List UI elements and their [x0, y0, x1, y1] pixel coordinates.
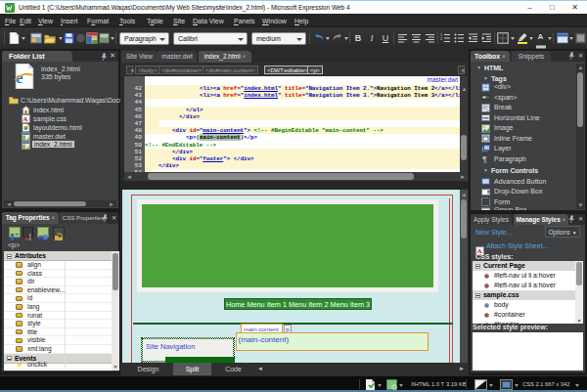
svg-text:2: 2 — [440, 36, 443, 41]
svg-text:A: A — [24, 235, 29, 242]
svg-text:A: A — [23, 115, 27, 123]
svg-text:¶: ¶ — [482, 154, 487, 163]
